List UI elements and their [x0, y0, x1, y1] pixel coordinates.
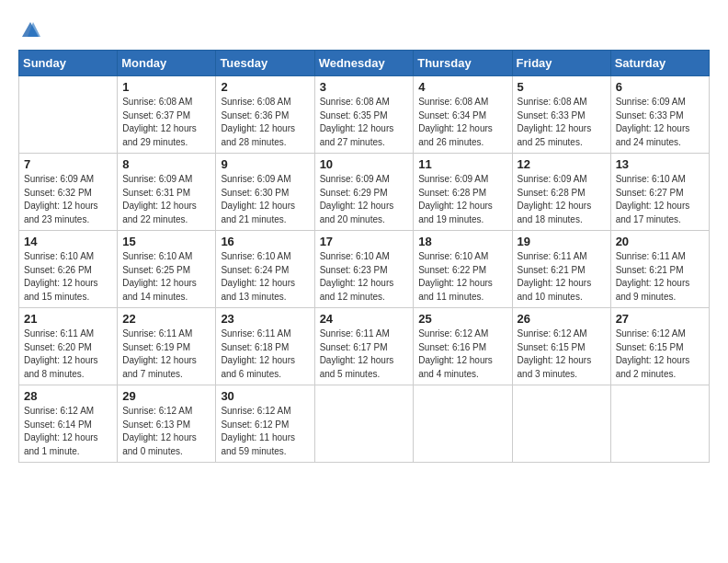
day-info-line: Sunset: 6:21 PM — [518, 265, 586, 275]
day-info-line: and 25 minutes. — [518, 137, 583, 147]
day-info-line: Sunrise: 6:10 AM — [122, 251, 192, 261]
day-number: 8 — [122, 157, 210, 171]
day-info: Sunrise: 6:10 AMSunset: 6:22 PMDaylight:… — [418, 250, 506, 304]
day-info-line: and 22 minutes. — [122, 214, 188, 224]
table-row: 14Sunrise: 6:10 AMSunset: 6:26 PMDayligh… — [19, 231, 118, 308]
day-info-line: Sunset: 6:15 PM — [518, 342, 586, 352]
day-info: Sunrise: 6:10 AMSunset: 6:24 PMDaylight:… — [221, 250, 309, 304]
day-info-line: and 27 minutes. — [320, 137, 385, 147]
day-info-line: and 59 minutes. — [221, 446, 286, 456]
day-info-line: and 3 minutes. — [518, 369, 578, 379]
day-info-line: Sunrise: 6:10 AM — [24, 251, 94, 261]
table-row — [19, 76, 118, 154]
day-info-line: Sunrise: 6:09 AM — [418, 174, 488, 184]
day-number: 24 — [320, 312, 409, 326]
day-info: Sunrise: 6:09 AMSunset: 6:29 PMDaylight:… — [320, 173, 409, 226]
day-info-line: Sunrise: 6:08 AM — [418, 97, 488, 107]
day-info-line: and 5 minutes. — [320, 369, 381, 379]
day-info-line: and 6 minutes. — [221, 369, 281, 379]
day-info: Sunrise: 6:11 AMSunset: 6:20 PMDaylight:… — [24, 327, 112, 381]
day-info-line: Daylight: 12 hours — [418, 123, 493, 133]
calendar-week-row: 1Sunrise: 6:08 AMSunset: 6:37 PMDaylight… — [19, 76, 710, 154]
day-number: 1 — [122, 80, 210, 94]
day-info-line: Sunrise: 6:09 AM — [616, 97, 686, 107]
day-info-line: Daylight: 12 hours — [320, 355, 394, 365]
col-monday: Monday — [118, 51, 216, 76]
day-info: Sunrise: 6:12 AMSunset: 6:15 PMDaylight:… — [518, 327, 606, 381]
day-info-line: Daylight: 12 hours — [518, 201, 592, 211]
day-number: 14 — [24, 235, 112, 248]
day-info-line: Daylight: 12 hours — [616, 123, 690, 133]
day-info-line: Sunset: 6:17 PM — [320, 342, 388, 352]
table-row: 13Sunrise: 6:10 AMSunset: 6:27 PMDayligh… — [610, 154, 709, 231]
day-info-line: Sunset: 6:20 PM — [24, 342, 92, 352]
table-row: 7Sunrise: 6:09 AMSunset: 6:32 PMDaylight… — [19, 154, 118, 231]
day-info-line: Daylight: 12 hours — [122, 432, 197, 442]
day-number: 21 — [24, 312, 112, 326]
day-info-line: Daylight: 12 hours — [221, 123, 295, 133]
day-info-line: Sunset: 6:24 PM — [221, 265, 289, 275]
header — [18, 15, 710, 40]
day-info-line: and 11 minutes. — [418, 292, 483, 302]
day-info-line: Daylight: 11 hours — [221, 432, 295, 442]
day-info-line: Sunset: 6:27 PM — [616, 188, 684, 198]
day-number: 26 — [518, 312, 606, 326]
day-info: Sunrise: 6:09 AMSunset: 6:32 PMDaylight:… — [24, 173, 112, 226]
day-info-line: Sunset: 6:28 PM — [518, 188, 586, 198]
table-row: 30Sunrise: 6:12 AMSunset: 6:12 PMDayligh… — [216, 385, 314, 463]
day-info-line: Sunset: 6:16 PM — [418, 342, 486, 352]
day-info-line: and 1 minute. — [24, 446, 80, 456]
calendar-week-row: 7Sunrise: 6:09 AMSunset: 6:32 PMDaylight… — [19, 154, 710, 231]
day-number: 29 — [122, 389, 210, 403]
day-number: 17 — [320, 235, 409, 248]
day-info-line: Daylight: 12 hours — [616, 355, 690, 365]
day-info-line: Sunrise: 6:12 AM — [518, 328, 587, 339]
day-info-line: Daylight: 12 hours — [320, 278, 394, 288]
day-info-line: Daylight: 12 hours — [320, 123, 394, 133]
table-row: 26Sunrise: 6:12 AMSunset: 6:15 PMDayligh… — [512, 308, 610, 385]
table-row: 2Sunrise: 6:08 AMSunset: 6:36 PMDaylight… — [216, 76, 314, 154]
day-info-line: Sunrise: 6:11 AM — [616, 251, 686, 261]
day-info: Sunrise: 6:09 AMSunset: 6:30 PMDaylight:… — [221, 173, 309, 226]
day-info-line: and 9 minutes. — [616, 292, 677, 302]
day-info-line: Sunrise: 6:12 AM — [418, 328, 488, 339]
col-friday: Friday — [512, 51, 610, 76]
table-row: 20Sunrise: 6:11 AMSunset: 6:21 PMDayligh… — [610, 231, 709, 308]
day-number: 12 — [518, 157, 606, 171]
day-info: Sunrise: 6:08 AMSunset: 6:35 PMDaylight:… — [320, 96, 409, 149]
day-info-line: Sunrise: 6:08 AM — [518, 97, 587, 107]
day-info-line: Sunset: 6:31 PM — [122, 188, 190, 198]
day-info-line: Sunset: 6:30 PM — [221, 188, 289, 198]
day-info-line: and 26 minutes. — [418, 137, 483, 147]
table-row: 22Sunrise: 6:11 AMSunset: 6:19 PMDayligh… — [118, 308, 216, 385]
table-row: 3Sunrise: 6:08 AMSunset: 6:35 PMDaylight… — [314, 76, 414, 154]
day-info-line: and 28 minutes. — [221, 137, 286, 147]
day-info-line: Daylight: 12 hours — [122, 123, 197, 133]
day-info: Sunrise: 6:12 AMSunset: 6:15 PMDaylight:… — [616, 327, 704, 381]
day-info-line: Daylight: 12 hours — [518, 355, 592, 365]
day-info-line: Sunset: 6:18 PM — [221, 342, 289, 352]
day-info-line: Daylight: 12 hours — [122, 355, 197, 365]
day-info-line: and 4 minutes. — [418, 369, 479, 379]
table-row: 16Sunrise: 6:10 AMSunset: 6:24 PMDayligh… — [216, 231, 314, 308]
day-number: 20 — [616, 235, 704, 248]
table-row: 15Sunrise: 6:10 AMSunset: 6:25 PMDayligh… — [118, 231, 216, 308]
day-info-line: Daylight: 12 hours — [616, 278, 690, 288]
day-info: Sunrise: 6:08 AMSunset: 6:37 PMDaylight:… — [122, 96, 210, 149]
day-info-line: Daylight: 12 hours — [418, 201, 493, 211]
table-row: 12Sunrise: 6:09 AMSunset: 6:28 PMDayligh… — [512, 154, 610, 231]
day-info-line: Sunset: 6:33 PM — [616, 110, 684, 121]
day-number: 13 — [616, 157, 704, 171]
day-info: Sunrise: 6:11 AMSunset: 6:21 PMDaylight:… — [518, 250, 606, 304]
day-info: Sunrise: 6:11 AMSunset: 6:19 PMDaylight:… — [122, 327, 210, 381]
day-info-line: Sunrise: 6:11 AM — [518, 251, 587, 261]
day-info-line: Daylight: 12 hours — [221, 201, 295, 211]
day-info-line: and 29 minutes. — [122, 137, 188, 147]
day-info: Sunrise: 6:08 AMSunset: 6:34 PMDaylight:… — [418, 96, 506, 149]
day-info-line: Sunrise: 6:12 AM — [122, 406, 192, 416]
day-info-line: Sunrise: 6:12 AM — [221, 406, 290, 416]
table-row: 17Sunrise: 6:10 AMSunset: 6:23 PMDayligh… — [314, 231, 414, 308]
calendar-week-row: 28Sunrise: 6:12 AMSunset: 6:14 PMDayligh… — [19, 385, 710, 463]
day-number: 19 — [518, 235, 606, 248]
col-sunday: Sunday — [19, 51, 118, 76]
